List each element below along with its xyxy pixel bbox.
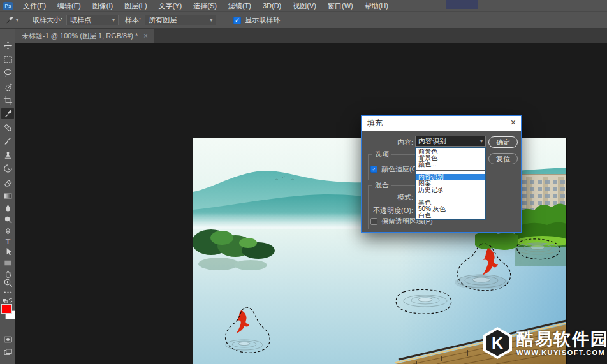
content-dropdown-list: 前景色 背景色 颜色... 内容识别 图案 历史记录 黑色 50% 灰色 白色 — [415, 147, 486, 220]
document-tab-strip: 未标题-1 @ 100% (图层 1, RGB/8#) * × — [15, 29, 607, 43]
photoshop-logo-icon: Ps — [3, 2, 13, 10]
fill-option-history[interactable]: 历史记录 — [416, 187, 485, 193]
fill-option-white[interactable]: 白色 — [416, 212, 485, 219]
path-selection-tool[interactable] — [1, 246, 14, 258]
sample-size-label: 取样大小: — [33, 15, 62, 25]
reset-button[interactable]: 复位 — [488, 153, 518, 164]
fill-option-foreground-color[interactable]: 前景色 — [416, 149, 485, 155]
ok-button[interactable]: 确定 — [488, 136, 518, 148]
clone-stamp-tool[interactable] — [1, 149, 14, 161]
pen-tool[interactable] — [1, 224, 14, 236]
fill-option-black[interactable]: 黑色 — [416, 200, 485, 206]
rectangular-marquee-tool[interactable] — [1, 54, 14, 65]
tools-panel: T — [0, 29, 15, 364]
menu-edit[interactable]: 编辑(E) — [52, 0, 87, 11]
fill-option-50-gray[interactable]: 50% 灰色 — [416, 206, 485, 212]
type-tool[interactable]: T — [1, 235, 14, 247]
menu-type[interactable]: 文字(Y) — [153, 0, 188, 11]
blur-tool[interactable] — [1, 202, 14, 214]
right-trees — [515, 203, 566, 266]
menu-image[interactable]: 图像(I) — [87, 0, 119, 11]
eyedropper-tool[interactable] — [1, 108, 14, 119]
fill-option-background-color[interactable]: 背景色 — [416, 155, 485, 161]
brush-tool[interactable] — [1, 135, 14, 147]
dialog-title[interactable]: 填充 — [362, 116, 521, 131]
opacity-label: 不透明度(O): — [362, 206, 413, 215]
menu-layer[interactable]: 图层(L) — [119, 0, 152, 11]
gradient-tool[interactable] — [1, 190, 14, 201]
lasso-tool[interactable] — [1, 67, 14, 78]
fill-dialog: 填充 × 内容: 内容识别 ▾ 确定 复位 选项 颜色适应(C) 混合 模式: … — [361, 115, 522, 233]
photoshop-window: Ps 文件(F) 编辑(E) 图像(I) 图层(L) 文字(Y) 选择(S) 滤… — [0, 0, 607, 364]
fill-option-color[interactable]: 颜色... — [416, 161, 485, 168]
options-group-label: 选项 — [372, 151, 391, 158]
dodge-tool[interactable] — [1, 214, 14, 225]
fill-option-content-aware[interactable]: 内容识别 — [416, 174, 485, 180]
sample-size-select[interactable]: 取样点 ▾ — [66, 15, 119, 25]
preserve-transparency-checkbox[interactable] — [370, 218, 377, 225]
menu-file[interactable]: 文件(F) — [17, 0, 52, 11]
overhanging-foliage — [475, 231, 518, 250]
menu-window[interactable]: 窗口(W) — [322, 0, 359, 11]
svg-text:T: T — [5, 237, 10, 245]
content-select[interactable]: 内容识别 ▾ — [415, 136, 486, 147]
divider — [27, 15, 27, 26]
chevron-down-icon: ▾ — [480, 138, 483, 144]
screen-mode-icon[interactable] — [1, 346, 14, 358]
document-tab[interactable]: 未标题-1 @ 100% (图层 1, RGB/8#) * × — [15, 29, 154, 43]
color-adaptation-checkbox[interactable] — [370, 166, 377, 173]
chevron-down-icon: ▾ — [112, 17, 115, 23]
menu-bar: Ps 文件(F) 编辑(E) 图像(I) 图层(L) 文字(Y) 选择(S) 滤… — [0, 0, 607, 11]
dropdown-separator — [416, 196, 485, 196]
document-tab-title: 未标题-1 @ 100% (图层 1, RGB/8#) * — [22, 31, 138, 41]
sample-label: 样本: — [125, 15, 141, 25]
tool-options-bar: ▾ 取样大小: 取样点 ▾ 样本: 所有图层 ▾ 显示取样环 — [0, 11, 607, 29]
content-label: 内容: — [362, 138, 413, 147]
show-sampling-ring-checkbox[interactable] — [233, 17, 241, 24]
overlapping-window-fragment — [446, 0, 478, 9]
quick-mask-icon[interactable] — [1, 333, 14, 345]
dialog-close-icon[interactable]: × — [511, 116, 516, 131]
menu-select[interactable]: 选择(S) — [187, 0, 223, 11]
eyedropper-icon — [4, 15, 14, 25]
divider — [228, 15, 228, 26]
menu-3d[interactable]: 3D(D) — [257, 0, 287, 11]
blend-group-label: 混合 — [372, 182, 391, 189]
fill-option-pattern[interactable]: 图案 — [416, 180, 485, 187]
show-sampling-ring-label: 显示取样环 — [245, 15, 280, 25]
crop-tool[interactable] — [1, 94, 14, 106]
menu-help[interactable]: 帮助(H) — [359, 0, 394, 11]
foreground-color-swatch[interactable] — [1, 304, 12, 314]
dropdown-separator — [416, 170, 485, 171]
menu-filter[interactable]: 滤镜(T) — [223, 0, 257, 11]
quick-selection-tool[interactable] — [1, 81, 14, 92]
spot-healing-brush-tool[interactable] — [1, 122, 14, 133]
tool-preset-picker[interactable]: ▾ — [0, 15, 22, 25]
eraser-tool[interactable] — [1, 177, 14, 188]
chevron-down-icon: ▾ — [210, 17, 212, 23]
color-adaptation-label: 颜色适应(C) — [381, 164, 419, 174]
chevron-down-icon: ▾ — [16, 17, 18, 23]
mode-label: 模式: — [362, 193, 413, 202]
sample-layers-select[interactable]: 所有图层 ▾ — [145, 15, 216, 25]
move-tool[interactable] — [1, 40, 14, 51]
menu-view[interactable]: 视图(V) — [287, 0, 322, 11]
history-brush-tool[interactable] — [1, 163, 14, 174]
tab-close-icon[interactable]: × — [143, 32, 147, 40]
